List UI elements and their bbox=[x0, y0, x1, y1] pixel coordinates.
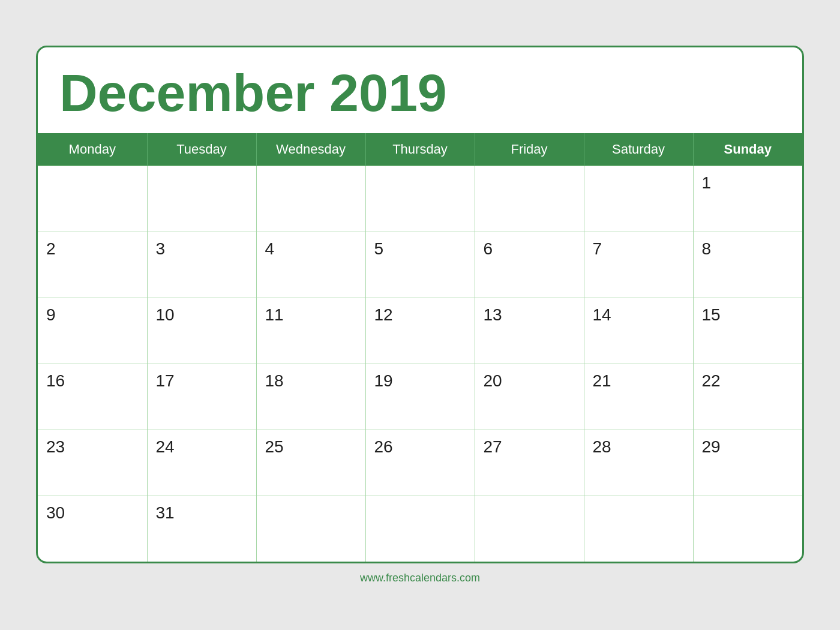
day-cell bbox=[693, 496, 802, 562]
week-row-3: 9101112131415 bbox=[38, 298, 802, 364]
calendar-body: 1234567891011121314151617181920212223242… bbox=[38, 166, 802, 562]
day-cell bbox=[147, 166, 256, 232]
day-cell: 3 bbox=[147, 232, 256, 298]
day-cell: 19 bbox=[365, 364, 475, 430]
header-thursday: Thursday bbox=[365, 133, 475, 166]
header-saturday: Saturday bbox=[584, 133, 693, 166]
calendar-title: December 2019 bbox=[38, 47, 802, 133]
calendar-table: Monday Tuesday Wednesday Thursday Friday… bbox=[38, 133, 802, 562]
day-cell: 28 bbox=[584, 430, 693, 496]
day-cell: 14 bbox=[584, 298, 693, 364]
week-row-1: 1 bbox=[38, 166, 802, 232]
day-cell: 21 bbox=[584, 364, 693, 430]
header-wednesday: Wednesday bbox=[256, 133, 365, 166]
day-cell bbox=[365, 166, 475, 232]
header-friday: Friday bbox=[475, 133, 584, 166]
header-tuesday: Tuesday bbox=[147, 133, 256, 166]
day-cell: 11 bbox=[256, 298, 365, 364]
day-cell: 5 bbox=[365, 232, 475, 298]
day-cell: 27 bbox=[475, 430, 584, 496]
day-cell: 18 bbox=[256, 364, 365, 430]
day-cell: 16 bbox=[38, 364, 147, 430]
day-cell bbox=[38, 166, 147, 232]
week-row-5: 23242526272829 bbox=[38, 430, 802, 496]
day-cell bbox=[475, 166, 584, 232]
day-header-row: Monday Tuesday Wednesday Thursday Friday… bbox=[38, 133, 802, 166]
day-cell: 12 bbox=[365, 298, 475, 364]
calendar-wrapper: December 2019 Monday Tuesday Wednesday T… bbox=[0, 46, 840, 584]
day-cell bbox=[256, 166, 365, 232]
day-cell bbox=[584, 166, 693, 232]
day-cell: 22 bbox=[693, 364, 802, 430]
day-cell bbox=[256, 496, 365, 562]
week-row-4: 16171819202122 bbox=[38, 364, 802, 430]
day-cell bbox=[584, 496, 693, 562]
day-cell: 20 bbox=[475, 364, 584, 430]
day-cell bbox=[475, 496, 584, 562]
day-cell: 30 bbox=[38, 496, 147, 562]
footer-text: www.freshcalendars.com bbox=[360, 572, 480, 584]
week-row-6: 3031 bbox=[38, 496, 802, 562]
day-cell: 8 bbox=[693, 232, 802, 298]
day-cell: 24 bbox=[147, 430, 256, 496]
day-cell: 29 bbox=[693, 430, 802, 496]
header-sunday: Sunday bbox=[693, 133, 802, 166]
day-cell: 17 bbox=[147, 364, 256, 430]
day-cell: 26 bbox=[365, 430, 475, 496]
calendar-container: December 2019 Monday Tuesday Wednesday T… bbox=[36, 46, 804, 563]
day-cell: 7 bbox=[584, 232, 693, 298]
week-row-2: 2345678 bbox=[38, 232, 802, 298]
day-cell: 31 bbox=[147, 496, 256, 562]
day-cell: 9 bbox=[38, 298, 147, 364]
day-cell: 2 bbox=[38, 232, 147, 298]
day-cell: 15 bbox=[693, 298, 802, 364]
day-cell: 25 bbox=[256, 430, 365, 496]
day-cell: 23 bbox=[38, 430, 147, 496]
day-cell: 10 bbox=[147, 298, 256, 364]
header-monday: Monday bbox=[38, 133, 147, 166]
day-cell: 4 bbox=[256, 232, 365, 298]
day-cell: 6 bbox=[475, 232, 584, 298]
day-cell bbox=[365, 496, 475, 562]
day-cell: 1 bbox=[693, 166, 802, 232]
day-cell: 13 bbox=[475, 298, 584, 364]
